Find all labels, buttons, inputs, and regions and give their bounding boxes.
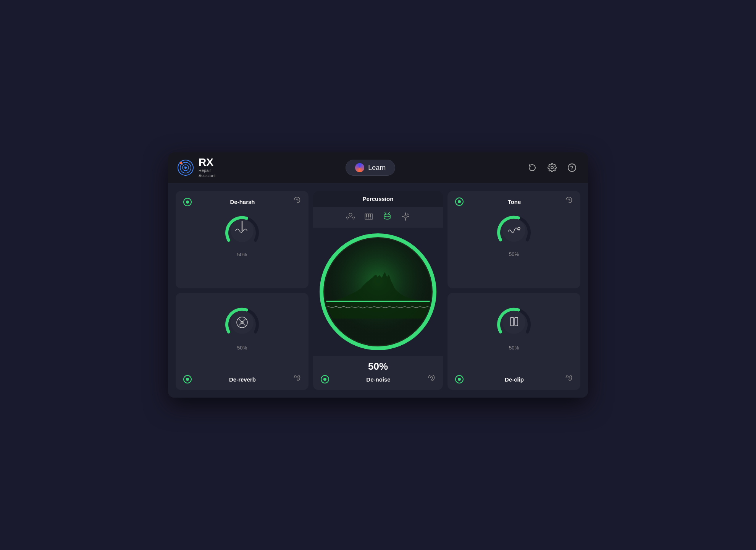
de-clip-footer: De-clip — [455, 375, 573, 384]
de-clip-knob[interactable] — [493, 301, 535, 343]
header: RX Repair Assistant Learn — [168, 152, 588, 184]
percussion-drum-icon[interactable] — [382, 212, 392, 223]
de-clip-title: De-clip — [505, 376, 524, 383]
svg-point-35 — [502, 219, 525, 242]
header-left: RX Repair Assistant — [177, 157, 216, 179]
de-reverb-ear-button[interactable] — [293, 375, 301, 384]
de-harsh-power-indicator — [186, 201, 189, 204]
undo-button[interactable] — [525, 161, 539, 175]
settings-button[interactable] — [545, 161, 559, 175]
tone-title: Tone — [508, 199, 521, 205]
product-subtitle: Repair Assistant — [199, 168, 216, 179]
center-visualizer[interactable] — [317, 231, 439, 353]
svg-line-27 — [385, 212, 386, 214]
tone-power-button[interactable] — [455, 197, 464, 206]
main-content: De-harsh — [168, 183, 588, 398]
de-noise-footer: De-noise — [321, 375, 435, 384]
svg-point-16 — [349, 213, 352, 216]
de-noise-value: 50% — [368, 361, 388, 372]
svg-point-8 — [572, 169, 572, 170]
percussion-title: Percussion — [363, 196, 394, 202]
svg-point-37 — [502, 311, 525, 334]
tone-knob[interactable] — [493, 209, 535, 251]
percussion-sparkle-icon[interactable] — [401, 212, 410, 223]
de-clip-power-indicator — [458, 378, 461, 381]
svg-line-28 — [388, 212, 389, 214]
left-column: De-harsh — [176, 191, 309, 390]
tone-ear-button[interactable] — [565, 197, 573, 206]
svg-rect-23 — [370, 214, 371, 217]
de-noise-title: De-noise — [366, 376, 390, 383]
header-right — [525, 161, 579, 175]
svg-point-24 — [384, 214, 390, 217]
learn-button[interactable]: Learn — [346, 160, 395, 176]
svg-line-5 — [182, 164, 184, 167]
tone-power-indicator — [458, 200, 461, 203]
center-column: Percussion — [313, 191, 443, 390]
de-noise-module: 50% De-noise — [313, 356, 443, 390]
svg-point-7 — [568, 164, 576, 171]
product-rx-label: RX — [199, 157, 216, 168]
de-reverb-power-indicator — [186, 378, 189, 381]
svg-point-6 — [551, 167, 553, 169]
percussion-voice-icon[interactable] — [346, 212, 355, 223]
de-clip-power-button[interactable] — [455, 375, 464, 383]
de-clip-ear-button[interactable] — [565, 375, 573, 384]
de-noise-ear-button[interactable] — [428, 375, 435, 384]
tone-value: 50% — [509, 251, 519, 257]
product-name: RX Repair Assistant — [199, 157, 216, 179]
learn-button-label: Learn — [368, 164, 386, 172]
learn-button-icon — [355, 163, 364, 172]
plugin-container: RX Repair Assistant Learn — [168, 152, 588, 398]
de-harsh-header: De-harsh — [183, 197, 301, 207]
de-clip-value: 50% — [509, 345, 519, 351]
three-column-layout: De-harsh — [176, 191, 580, 390]
right-column: Tone — [447, 191, 580, 390]
de-reverb-knob[interactable] — [221, 301, 263, 343]
de-harsh-value: 50% — [237, 252, 247, 257]
rx-logo-icon — [177, 159, 194, 176]
de-harsh-title: De-harsh — [230, 199, 255, 205]
de-noise-power-button[interactable] — [321, 375, 329, 383]
svg-point-4 — [180, 162, 182, 164]
percussion-piano-icon[interactable] — [364, 212, 374, 223]
svg-point-29 — [407, 214, 409, 215]
tone-header: Tone — [455, 197, 573, 206]
de-noise-power-indicator — [323, 378, 326, 381]
de-harsh-knob[interactable] — [221, 210, 263, 252]
de-clip-module: 50% De-clip — [447, 293, 580, 390]
de-harsh-ear-button[interactable] — [293, 197, 301, 207]
percussion-icons-row — [313, 207, 443, 228]
svg-rect-21 — [366, 214, 367, 217]
de-reverb-title: De-reverb — [229, 376, 256, 383]
de-harsh-power-button[interactable] — [183, 198, 192, 206]
svg-rect-22 — [368, 214, 369, 217]
percussion-header: Percussion — [313, 191, 443, 207]
de-reverb-footer: De-reverb — [183, 375, 301, 384]
de-reverb-power-button[interactable] — [183, 375, 192, 383]
de-reverb-value: 50% — [237, 345, 247, 351]
help-button[interactable] — [565, 161, 579, 175]
percussion-panel: Percussion — [313, 191, 443, 228]
de-harsh-module: De-harsh — [176, 191, 309, 288]
de-reverb-module: 50% De-reverb — [176, 293, 309, 390]
tone-module: Tone — [447, 191, 580, 288]
svg-point-3 — [184, 167, 187, 169]
